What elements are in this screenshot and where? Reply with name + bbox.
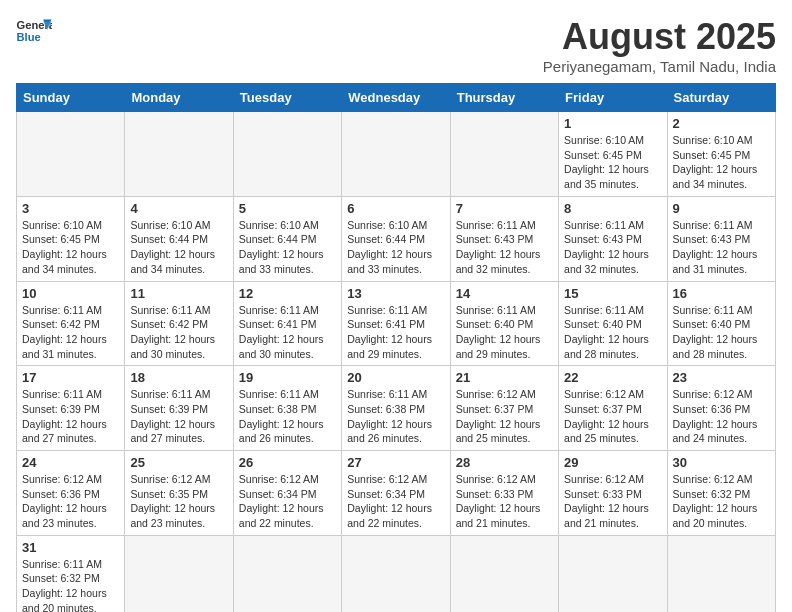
day-number: 1	[564, 116, 661, 131]
day-number: 5	[239, 201, 336, 216]
weekday-header-wednesday: Wednesday	[342, 84, 450, 112]
day-info: Sunrise: 6:11 AM Sunset: 6:40 PM Dayligh…	[564, 303, 661, 362]
calendar-day-cell	[667, 535, 775, 612]
day-info: Sunrise: 6:11 AM Sunset: 6:42 PM Dayligh…	[22, 303, 119, 362]
calendar-day-cell	[17, 112, 125, 197]
day-number: 15	[564, 286, 661, 301]
calendar-day-cell: 19Sunrise: 6:11 AM Sunset: 6:38 PM Dayli…	[233, 366, 341, 451]
title-block: August 2025 Periyanegamam, Tamil Nadu, I…	[543, 16, 776, 75]
weekday-header-friday: Friday	[559, 84, 667, 112]
weekday-header-monday: Monday	[125, 84, 233, 112]
calendar-day-cell: 26Sunrise: 6:12 AM Sunset: 6:34 PM Dayli…	[233, 451, 341, 536]
day-number: 19	[239, 370, 336, 385]
calendar-day-cell: 30Sunrise: 6:12 AM Sunset: 6:32 PM Dayli…	[667, 451, 775, 536]
day-number: 13	[347, 286, 444, 301]
calendar-day-cell: 20Sunrise: 6:11 AM Sunset: 6:38 PM Dayli…	[342, 366, 450, 451]
day-number: 7	[456, 201, 553, 216]
calendar-table: SundayMondayTuesdayWednesdayThursdayFrid…	[16, 83, 776, 612]
day-info: Sunrise: 6:10 AM Sunset: 6:44 PM Dayligh…	[347, 218, 444, 277]
weekday-header-saturday: Saturday	[667, 84, 775, 112]
day-info: Sunrise: 6:12 AM Sunset: 6:35 PM Dayligh…	[130, 472, 227, 531]
calendar-day-cell	[125, 535, 233, 612]
day-info: Sunrise: 6:11 AM Sunset: 6:43 PM Dayligh…	[673, 218, 770, 277]
calendar-week-row: 31Sunrise: 6:11 AM Sunset: 6:32 PM Dayli…	[17, 535, 776, 612]
day-number: 20	[347, 370, 444, 385]
calendar-day-cell: 28Sunrise: 6:12 AM Sunset: 6:33 PM Dayli…	[450, 451, 558, 536]
weekday-header-thursday: Thursday	[450, 84, 558, 112]
day-number: 8	[564, 201, 661, 216]
calendar-day-cell	[450, 112, 558, 197]
logo: General Blue	[16, 16, 52, 44]
page-header: General Blue August 2025 Periyanegamam, …	[16, 16, 776, 75]
day-number: 29	[564, 455, 661, 470]
calendar-day-cell	[342, 112, 450, 197]
day-number: 16	[673, 286, 770, 301]
calendar-subtitle: Periyanegamam, Tamil Nadu, India	[543, 58, 776, 75]
day-info: Sunrise: 6:10 AM Sunset: 6:44 PM Dayligh…	[239, 218, 336, 277]
day-info: Sunrise: 6:12 AM Sunset: 6:36 PM Dayligh…	[22, 472, 119, 531]
day-info: Sunrise: 6:11 AM Sunset: 6:39 PM Dayligh…	[130, 387, 227, 446]
generalblue-logo-icon: General Blue	[16, 16, 52, 44]
day-info: Sunrise: 6:11 AM Sunset: 6:41 PM Dayligh…	[239, 303, 336, 362]
calendar-day-cell	[125, 112, 233, 197]
day-number: 25	[130, 455, 227, 470]
day-info: Sunrise: 6:12 AM Sunset: 6:33 PM Dayligh…	[456, 472, 553, 531]
day-info: Sunrise: 6:10 AM Sunset: 6:45 PM Dayligh…	[564, 133, 661, 192]
day-info: Sunrise: 6:12 AM Sunset: 6:33 PM Dayligh…	[564, 472, 661, 531]
calendar-day-cell	[233, 112, 341, 197]
calendar-day-cell: 3Sunrise: 6:10 AM Sunset: 6:45 PM Daylig…	[17, 196, 125, 281]
day-number: 11	[130, 286, 227, 301]
day-number: 3	[22, 201, 119, 216]
calendar-day-cell: 22Sunrise: 6:12 AM Sunset: 6:37 PM Dayli…	[559, 366, 667, 451]
day-number: 26	[239, 455, 336, 470]
calendar-day-cell: 11Sunrise: 6:11 AM Sunset: 6:42 PM Dayli…	[125, 281, 233, 366]
calendar-day-cell	[559, 535, 667, 612]
day-number: 18	[130, 370, 227, 385]
day-number: 4	[130, 201, 227, 216]
calendar-day-cell: 12Sunrise: 6:11 AM Sunset: 6:41 PM Dayli…	[233, 281, 341, 366]
calendar-week-row: 10Sunrise: 6:11 AM Sunset: 6:42 PM Dayli…	[17, 281, 776, 366]
day-number: 24	[22, 455, 119, 470]
day-number: 31	[22, 540, 119, 555]
day-number: 12	[239, 286, 336, 301]
day-number: 2	[673, 116, 770, 131]
calendar-day-cell: 15Sunrise: 6:11 AM Sunset: 6:40 PM Dayli…	[559, 281, 667, 366]
calendar-day-cell: 6Sunrise: 6:10 AM Sunset: 6:44 PM Daylig…	[342, 196, 450, 281]
day-number: 28	[456, 455, 553, 470]
calendar-day-cell: 4Sunrise: 6:10 AM Sunset: 6:44 PM Daylig…	[125, 196, 233, 281]
calendar-day-cell: 27Sunrise: 6:12 AM Sunset: 6:34 PM Dayli…	[342, 451, 450, 536]
day-info: Sunrise: 6:10 AM Sunset: 6:44 PM Dayligh…	[130, 218, 227, 277]
calendar-day-cell: 2Sunrise: 6:10 AM Sunset: 6:45 PM Daylig…	[667, 112, 775, 197]
calendar-day-cell: 25Sunrise: 6:12 AM Sunset: 6:35 PM Dayli…	[125, 451, 233, 536]
calendar-day-cell: 1Sunrise: 6:10 AM Sunset: 6:45 PM Daylig…	[559, 112, 667, 197]
calendar-day-cell: 14Sunrise: 6:11 AM Sunset: 6:40 PM Dayli…	[450, 281, 558, 366]
calendar-day-cell: 21Sunrise: 6:12 AM Sunset: 6:37 PM Dayli…	[450, 366, 558, 451]
calendar-day-cell: 23Sunrise: 6:12 AM Sunset: 6:36 PM Dayli…	[667, 366, 775, 451]
calendar-day-cell: 10Sunrise: 6:11 AM Sunset: 6:42 PM Dayli…	[17, 281, 125, 366]
day-number: 30	[673, 455, 770, 470]
day-info: Sunrise: 6:11 AM Sunset: 6:41 PM Dayligh…	[347, 303, 444, 362]
day-info: Sunrise: 6:11 AM Sunset: 6:38 PM Dayligh…	[239, 387, 336, 446]
day-number: 21	[456, 370, 553, 385]
weekday-header-tuesday: Tuesday	[233, 84, 341, 112]
day-info: Sunrise: 6:12 AM Sunset: 6:34 PM Dayligh…	[239, 472, 336, 531]
calendar-day-cell: 5Sunrise: 6:10 AM Sunset: 6:44 PM Daylig…	[233, 196, 341, 281]
calendar-day-cell: 8Sunrise: 6:11 AM Sunset: 6:43 PM Daylig…	[559, 196, 667, 281]
day-number: 17	[22, 370, 119, 385]
calendar-day-cell	[233, 535, 341, 612]
calendar-week-row: 3Sunrise: 6:10 AM Sunset: 6:45 PM Daylig…	[17, 196, 776, 281]
day-info: Sunrise: 6:11 AM Sunset: 6:43 PM Dayligh…	[456, 218, 553, 277]
day-number: 22	[564, 370, 661, 385]
day-info: Sunrise: 6:12 AM Sunset: 6:34 PM Dayligh…	[347, 472, 444, 531]
day-info: Sunrise: 6:12 AM Sunset: 6:37 PM Dayligh…	[564, 387, 661, 446]
day-info: Sunrise: 6:11 AM Sunset: 6:42 PM Dayligh…	[130, 303, 227, 362]
day-number: 9	[673, 201, 770, 216]
calendar-day-cell: 7Sunrise: 6:11 AM Sunset: 6:43 PM Daylig…	[450, 196, 558, 281]
day-info: Sunrise: 6:11 AM Sunset: 6:43 PM Dayligh…	[564, 218, 661, 277]
day-number: 23	[673, 370, 770, 385]
day-info: Sunrise: 6:11 AM Sunset: 6:40 PM Dayligh…	[456, 303, 553, 362]
day-info: Sunrise: 6:11 AM Sunset: 6:32 PM Dayligh…	[22, 557, 119, 612]
day-number: 6	[347, 201, 444, 216]
calendar-day-cell: 13Sunrise: 6:11 AM Sunset: 6:41 PM Dayli…	[342, 281, 450, 366]
calendar-week-row: 17Sunrise: 6:11 AM Sunset: 6:39 PM Dayli…	[17, 366, 776, 451]
